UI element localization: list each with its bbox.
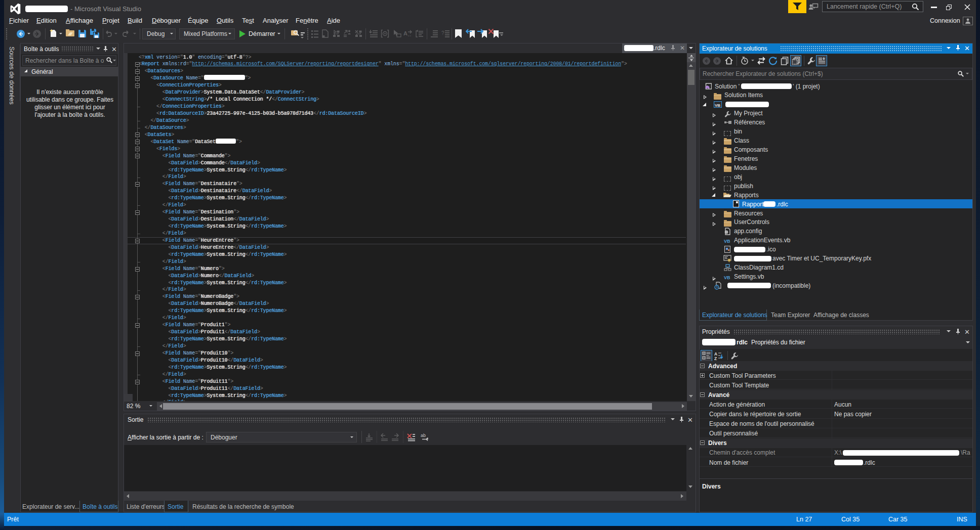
- svg-text:ab: ab: [421, 433, 426, 438]
- svg-text:Z: Z: [714, 356, 717, 361]
- svg-text:?: ?: [441, 30, 444, 36]
- svg-text:A: A: [403, 30, 407, 36]
